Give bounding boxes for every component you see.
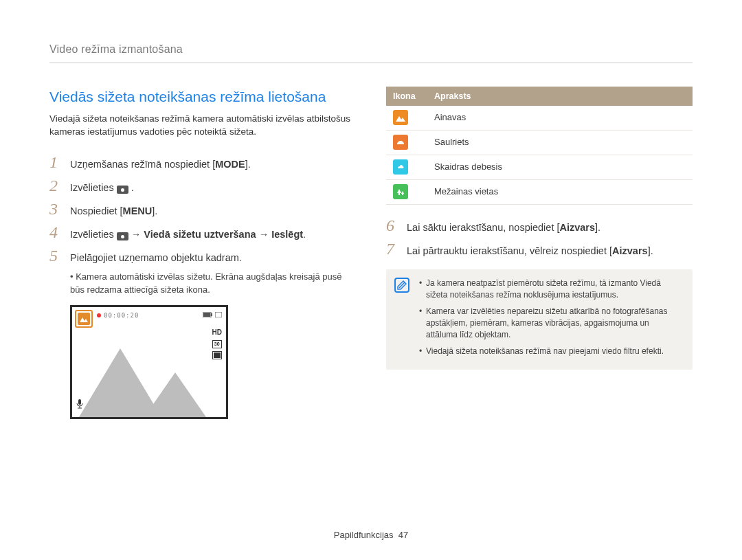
step-text: ]. — [595, 222, 600, 233]
step-3: 3 Nospiediet [MENU]. — [49, 201, 356, 219]
shutter-key: Aizvars — [612, 245, 648, 256]
step-4: 4 Izvēlieties → Viedā sižetu uztveršana … — [49, 224, 356, 242]
note-item: Ja kamera neatpazīst piemērotu sižeta re… — [419, 278, 683, 302]
table-row: Skaidras debesis — [386, 155, 693, 180]
shutter-key: Aizvars — [559, 222, 595, 233]
step-text: ]. — [152, 205, 157, 216]
step-number: 3 — [49, 201, 62, 217]
mountains-illustration — [79, 341, 226, 417]
hd-label: HD — [212, 328, 222, 338]
note-item: Kamera var izvēlēties nepareizu sižetu a… — [419, 306, 683, 341]
table-header-desc: Apraksts — [427, 87, 693, 106]
step-body: Lai pārtrauktu ierakstīšanu, vēlreiz nos… — [407, 244, 653, 258]
arrow: → — [128, 229, 144, 240]
step-body: Izvēlieties → Viedā sižetu uztveršana → … — [70, 227, 306, 242]
preview-topbar: 00:00:20 — [76, 311, 222, 320]
left-column: Viedās sižeta noteikšanas režīma lietoša… — [49, 87, 356, 418]
step-text: Uzņemšanas režīmā nospiediet [ — [70, 159, 215, 170]
step-number: 4 — [49, 224, 62, 240]
video-mode-icon — [117, 232, 128, 240]
svg-rect-2 — [211, 313, 212, 316]
note-icon — [394, 278, 409, 293]
footer-section: Papildfunkcijas — [334, 530, 394, 540]
table-cell-label: Ainavas — [427, 106, 693, 130]
section-title: Viedās sižeta noteikšanas režīma lietoša… — [49, 87, 356, 107]
smart-scene-key: Viedā sižetu uztveršana — [144, 229, 256, 240]
note-item: Viedajā sižeta noteikšanas režīmā nav pi… — [419, 346, 683, 357]
table-row: Saulriets — [386, 131, 693, 155]
steps-list-right: 6 Lai sāktu ierakstīšanu, nospiediet [Ai… — [386, 217, 693, 258]
step-6: 6 Lai sāktu ierakstīšanu, nospiediet [Ai… — [386, 217, 693, 235]
step-text: Lai pārtrauktu ierakstīšanu, vēlreiz nos… — [407, 245, 612, 256]
step-text: ]. — [245, 159, 251, 170]
arrow: → — [256, 229, 272, 240]
breadcrumb: Video režīma izmantošana — [49, 41, 693, 63]
step-number: 1 — [49, 154, 62, 170]
svg-rect-3 — [215, 312, 222, 317]
two-column-layout: Viedās sižeta noteikšanas režīma lietoša… — [49, 87, 693, 418]
step-text: . — [128, 182, 134, 193]
svg-rect-5 — [78, 399, 81, 405]
menu-key: MENU — [123, 205, 153, 216]
step-body: Nospiediet [MENU]. — [70, 204, 157, 219]
step-text: Nospiediet [ — [70, 205, 123, 216]
forest-scene-icon — [393, 184, 408, 199]
footer-page-number: 47 — [398, 530, 408, 540]
step-text: Izvēlieties — [70, 182, 117, 193]
note-box: Ja kamera neatpazīst piemērotu sižeta re… — [386, 269, 693, 370]
sub-bullet-item: Kamera automātiski izvēlas sižetu. Ekrān… — [70, 271, 356, 297]
table-cell-label: Saulriets — [427, 131, 693, 155]
enable-key: Ieslēgt — [271, 229, 303, 240]
record-dot-icon — [97, 313, 101, 317]
step-number: 5 — [49, 247, 62, 264]
microphone-icon — [76, 399, 83, 412]
step-5: 5 Pielāgojiet uzņemamo objektu kadram. — [49, 247, 356, 265]
step-text: ]. — [648, 245, 653, 256]
intro-paragraph: Viedajā sižeta noteikšanas režīmā kamera… — [49, 112, 356, 139]
card-icon — [215, 311, 222, 320]
step-2: 2 Izvēlieties . — [49, 177, 356, 195]
step-1: 1 Uzņemšanas režīmā nospiediet [MODE]. — [49, 154, 356, 172]
battery-icon — [203, 311, 212, 320]
step-number: 6 — [386, 217, 398, 234]
table-row: Mežainas vietas — [386, 179, 693, 204]
step5-sub-bullet: Kamera automātiski izvēlas sižetu. Ekrān… — [70, 271, 356, 297]
table-row: Ainavas — [386, 106, 693, 130]
step-body: Uzņemšanas režīmā nospiediet [MODE]. — [70, 157, 251, 172]
page-footer: Papildfunkcijas 47 — [0, 529, 742, 542]
step-7: 7 Lai pārtrauktu ierakstīšanu, vēlreiz n… — [386, 240, 693, 258]
record-time: 00:00:20 — [104, 311, 139, 320]
table-cell-label: Skaidras debesis — [427, 155, 693, 180]
steps-list-left: 1 Uzņemšanas režīmā nospiediet [MODE]. 2… — [49, 154, 356, 265]
step-text: Lai sāktu ierakstīšanu, nospiediet [ — [407, 222, 559, 233]
right-column: Ikona Apraksts Ainavas Saulriets Skaidra… — [386, 87, 693, 418]
table-cell-label: Mežainas vietas — [427, 179, 693, 204]
sunset-scene-icon — [393, 135, 408, 150]
step-body: Pielāgojiet uzņemamo objektu kadram. — [70, 251, 242, 265]
scene-icon-table: Ikona Apraksts Ainavas Saulriets Skaidra… — [386, 87, 693, 205]
video-mode-icon — [117, 186, 128, 194]
camera-preview-illustration: 00:00:20 HD 30 — [70, 305, 228, 419]
step-text: Izvēlieties — [70, 229, 117, 240]
step-text: . — [303, 229, 306, 240]
clear-sky-scene-icon — [393, 159, 408, 175]
step-body: Lai sāktu ierakstīšanu, nospiediet [Aizv… — [407, 221, 600, 235]
step-body: Izvēlieties . — [70, 181, 134, 195]
step-number: 2 — [49, 177, 62, 194]
step-number: 7 — [386, 240, 398, 257]
landscape-scene-icon — [393, 110, 408, 125]
table-header-icon: Ikona — [386, 87, 427, 106]
svg-rect-1 — [203, 313, 210, 317]
mode-key: MODE — [215, 159, 245, 170]
